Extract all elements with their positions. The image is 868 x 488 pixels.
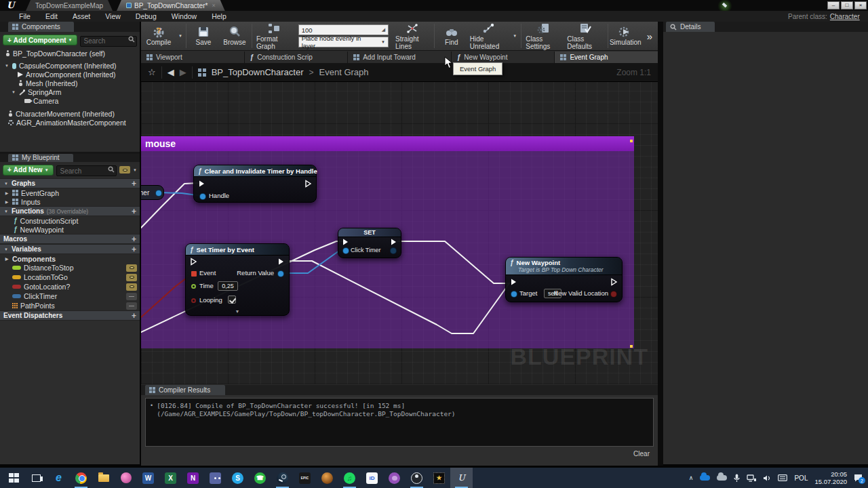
taskbar-paint-3d[interactable]	[115, 468, 137, 488]
eye-icon[interactable]	[126, 274, 137, 281]
taskbar-spotify[interactable]: ♫	[338, 468, 361, 488]
tab-event-graph[interactable]: Event Graph	[555, 52, 658, 63]
eye-closed-icon[interactable]	[126, 293, 137, 300]
variable-row-distancetostop[interactable]: DistanceToStop	[0, 263, 140, 272]
node-set-clicktimer[interactable]: SET Click Timer	[338, 228, 401, 258]
taskbar-file-explorer[interactable]	[92, 468, 115, 488]
taskbar-discord[interactable]	[204, 468, 226, 488]
close-button[interactable]: ×	[854, 1, 867, 9]
function-row-constructionscript[interactable]: ƒConstructionScript	[0, 216, 140, 225]
visibility-filter-button[interactable]	[119, 166, 130, 174]
compile-button[interactable]: ? Compile	[141, 22, 176, 50]
add-component-button[interactable]: +Add Component▼	[3, 35, 77, 45]
component-row-capsule[interactable]: ▼CapsuleComponent (Inherited)	[0, 62, 140, 70]
asset-tab-bp-topdowncharacter[interactable]: BP_TopDownCharacter*×	[117, 0, 225, 11]
taskbar-clock[interactable]: 20:0515.07.2020	[814, 470, 847, 486]
section-functions[interactable]: ▼Functions(38 Overridable)+	[0, 206, 140, 216]
breadcrumb-graph[interactable]: Event Graph	[319, 67, 369, 77]
time-value-input[interactable]: 0,25	[218, 281, 238, 291]
taskbar-skype[interactable]: S	[226, 468, 249, 488]
taskbar-star-app[interactable]: ★	[428, 468, 450, 488]
taskbar-word[interactable]: W	[137, 468, 159, 488]
taskbar-lion-game[interactable]	[316, 468, 338, 488]
language-indicator[interactable]: POL	[794, 474, 808, 482]
pin-return-value[interactable]	[278, 271, 283, 277]
variable-row-locationtogo[interactable]: LocationToGo	[0, 272, 140, 282]
taskbar-idrive[interactable]: iD	[361, 468, 383, 488]
dock-splitter[interactable]	[658, 22, 663, 466]
asset-tab-topdownexamplemap[interactable]: TopDownExampleMap	[26, 0, 113, 11]
component-row-charactermovement[interactable]: CharacterMovement (Inherited)	[0, 110, 140, 119]
looping-checkbox[interactable]	[228, 296, 236, 304]
exec-out-pin[interactable]	[277, 258, 285, 266]
comment-handle-dot[interactable]	[630, 345, 633, 348]
function-row-newwaypoint[interactable]: ƒNewWaypoint	[0, 225, 140, 234]
cloud-sync-icon[interactable]	[717, 475, 727, 481]
network-pc-icon[interactable]	[747, 474, 756, 482]
node-clicktimer-getter[interactable]: mer	[141, 185, 164, 200]
compile-options-chevron-icon[interactable]: ▼	[178, 34, 182, 38]
menu-file[interactable]: File	[12, 12, 37, 20]
menu-help[interactable]: Help	[205, 12, 233, 20]
breadcrumb-asset[interactable]: BP_TopDownCharacter	[212, 67, 304, 77]
pin-event[interactable]	[191, 271, 197, 277]
section-graphs[interactable]: ▼Graphs+	[0, 178, 140, 188]
tab-compiler-results[interactable]: Compiler Results	[145, 385, 225, 395]
section-variables[interactable]: ▼Variables+	[0, 244, 140, 254]
favorite-star-icon[interactable]: ☆	[148, 67, 156, 77]
tab-viewport[interactable]: Viewport	[141, 52, 244, 63]
section-macros[interactable]: Macros+	[0, 234, 140, 244]
tab-add-input-toward[interactable]: Add Input Toward	[348, 52, 451, 63]
eye-icon[interactable]	[126, 283, 137, 291]
exec-in-pin[interactable]	[510, 278, 517, 286]
start-button[interactable]	[3, 468, 25, 488]
taskbar-whatsapp[interactable]: ☎	[249, 468, 271, 488]
straight-lines-button[interactable]: Straight Lines	[393, 22, 433, 50]
menu-window[interactable]: Window	[165, 12, 203, 20]
pin-time[interactable]	[191, 284, 196, 289]
graph-row-eventgraph[interactable]: ▶EventGraph	[0, 188, 140, 197]
node-expand-chevron-icon[interactable]: ▼	[235, 309, 240, 314]
eye-icon[interactable]	[126, 264, 137, 272]
pin-new-valid-location[interactable]	[611, 291, 616, 297]
clear-log-button[interactable]: Clear	[633, 450, 650, 458]
tutorial-cap-icon[interactable]	[717, 0, 732, 11]
eye-closed-icon[interactable]	[126, 302, 137, 310]
component-row-agr-animation[interactable]: AGR_AnimationMasterComponent	[0, 119, 140, 127]
add-macro-button[interactable]: +	[132, 235, 136, 243]
exec-out-pin[interactable]	[610, 278, 618, 286]
spinner-icon[interactable]: ◢	[382, 27, 385, 33]
add-dispatcher-button[interactable]: +	[132, 312, 136, 320]
taskbar-unreal-engine[interactable]: U	[450, 468, 473, 488]
taskbar-steam[interactable]	[271, 468, 294, 488]
menu-debug[interactable]: Debug	[129, 12, 163, 20]
parent-class-link[interactable]: Character	[830, 13, 860, 20]
tab-details[interactable]: Details	[666, 22, 715, 32]
graph-row-inputs[interactable]: ▶Inputs	[0, 197, 140, 206]
taskbar-onenote[interactable]: N	[182, 468, 204, 488]
tab-components[interactable]: Components	[8, 22, 74, 32]
tab-my-blueprint[interactable]: My Blueprint	[8, 154, 73, 162]
variable-row-gotolocation[interactable]: GotoLocation?	[0, 282, 140, 291]
task-view-button[interactable]	[25, 468, 47, 488]
taskbar-obs-studio[interactable]	[406, 468, 428, 488]
component-row-arrow[interactable]: ArrowComponent (Inherited)	[0, 70, 140, 79]
exec-out-pin[interactable]	[304, 180, 312, 188]
node-new-waypoint[interactable]: ƒNew Waypoint Target is BP Top Down Char…	[505, 257, 623, 302]
menu-view[interactable]: View	[98, 12, 127, 20]
action-center-icon[interactable]: 2	[854, 474, 863, 482]
node-set-timer-by-event[interactable]: ƒSet Timer by Event Event Return Value T…	[185, 243, 290, 316]
add-function-button[interactable]: +	[132, 207, 136, 216]
variable-group-components[interactable]: ▶Components	[0, 254, 140, 263]
pin-value-output[interactable]	[391, 248, 396, 253]
comment-handle-dot[interactable]	[630, 140, 633, 142]
exec-in-pin[interactable]	[190, 258, 197, 266]
minimize-button[interactable]: –	[827, 1, 840, 9]
component-row-springarm[interactable]: ▼SpringArm	[0, 88, 140, 97]
hide-unrelated-options-chevron-icon[interactable]: ▼	[513, 34, 517, 38]
maximize-button[interactable]: □	[841, 1, 853, 9]
pin-clicktimer-input[interactable]	[343, 248, 349, 253]
menu-asset[interactable]: Asset	[66, 12, 97, 20]
save-button[interactable]: Save	[188, 22, 219, 50]
section-event-dispatchers[interactable]: Event Dispatchers+	[0, 310, 140, 321]
